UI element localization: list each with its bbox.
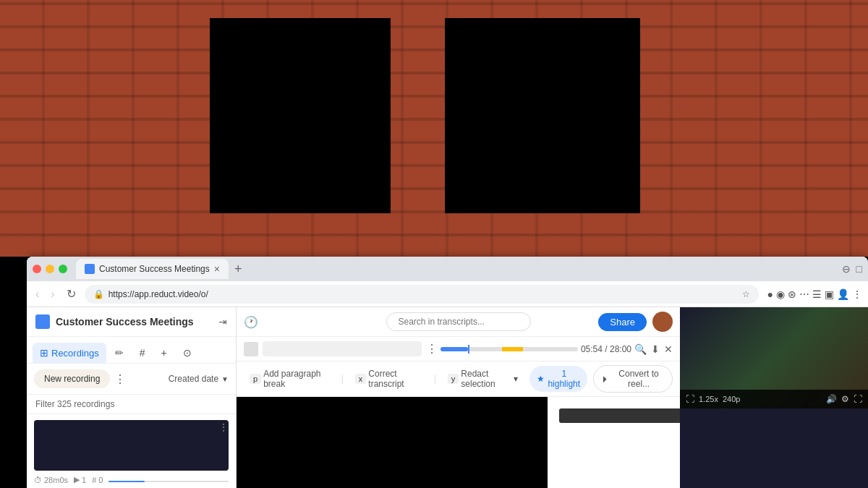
sidebar-collapse-button[interactable]: ⇥ (218, 316, 227, 328)
mini-screen-icon[interactable]: ⛶ (686, 394, 694, 404)
clock-icon: ⏱ (34, 476, 42, 484)
separator-2: | (434, 374, 436, 384)
separator-1: | (341, 374, 344, 384)
recording-item-more-button[interactable]: ⋮ (218, 421, 229, 433)
close-transcript-icon[interactable]: ✕ (664, 343, 673, 355)
recordings-label: Recordings (51, 348, 99, 359)
user-profile-icon[interactable]: 👤 (837, 288, 849, 300)
sort-arrow-icon: ▼ (221, 375, 229, 383)
sidebar-item-search[interactable]: ⊙ (176, 343, 199, 363)
sort-label: Created date (169, 374, 218, 384)
recording-more-button[interactable]: ⋮ (114, 372, 126, 386)
traffic-lights (33, 265, 67, 273)
recording-duration-1: ⏱ 28m0s (34, 476, 68, 484)
redact-selection-label: Redact selection (461, 369, 511, 389)
history-icon[interactable]: 🕐 (244, 315, 258, 329)
recording-progress-fill-1 (109, 481, 145, 482)
highlight-count-label: 1 highlight (548, 369, 580, 389)
minimize-window-button[interactable] (46, 265, 54, 273)
share-button[interactable]: Share (598, 313, 647, 331)
search-transcripts-input[interactable] (386, 312, 531, 331)
sidebar: Customer Success Meetings ⇥ ⊞ Recordings… (27, 307, 237, 488)
transcript-block (559, 408, 668, 423)
correct-transcript-label: Correct transcript (368, 369, 422, 389)
search-icon: ⊙ (183, 347, 192, 359)
highlight-star-icon: ★ (537, 374, 545, 384)
close-window-button[interactable] (33, 265, 41, 273)
progress-bar-container (441, 347, 578, 351)
transcript-actions: p Add paragraph break | x Correct transc… (237, 361, 680, 397)
add-paragraph-label: Add paragraph break (263, 369, 330, 389)
browser-window: Customer Success Meetings × + ⊖ □ ‹ › ↻ … (27, 257, 868, 488)
tab-favicon (85, 264, 95, 274)
recording-highlights-1: # 0 (92, 476, 103, 484)
recordings-icon: ⊞ (40, 347, 48, 359)
back-button[interactable]: ‹ (33, 286, 42, 302)
forward-button[interactable]: › (48, 286, 57, 302)
close-tab-button[interactable]: × (214, 263, 220, 275)
recording-meta-1: ⏱ 28m0s ▶ 1 # 0 (34, 475, 229, 484)
highlight-button[interactable]: ★ 1 highlight (529, 366, 587, 392)
right-panel: ⛶ 1.25x 240p 🔊 ⚙ ⛶ (680, 307, 868, 488)
active-tab[interactable]: Customer Success Meetings × (76, 259, 229, 279)
recording-name-input[interactable] (263, 341, 422, 356)
video-background (0, 0, 868, 257)
recording-plays-1: ▶ 1 (74, 475, 86, 484)
mini-speed[interactable]: 1.25x (699, 395, 718, 403)
sidebar-item-add[interactable]: + (154, 343, 174, 363)
recording-icon (244, 342, 258, 356)
more-options-icon[interactable]: ⋮ (852, 288, 862, 300)
extension-icon-1[interactable]: ◉ (776, 288, 785, 300)
extension-icon-2[interactable]: ⊛ (788, 288, 796, 300)
brick-background (0, 0, 868, 257)
tab-controls: ⊖ □ (842, 263, 862, 275)
transcript-area (237, 397, 680, 488)
mini-volume-icon[interactable]: 🔊 (826, 394, 837, 404)
redact-selection-button[interactable]: y Redact selection ▾ (442, 367, 524, 391)
download-icon[interactable]: ⬇ (651, 343, 660, 355)
extension-icon-4[interactable]: ☰ (812, 288, 822, 300)
recording-options-button[interactable]: ⋮ (426, 342, 438, 356)
mini-quality[interactable]: 240p (723, 395, 740, 403)
redact-key: y (448, 374, 459, 384)
refresh-button[interactable]: ↻ (64, 286, 79, 302)
maximize-window-button[interactable] (59, 265, 67, 273)
playback-progress-bar[interactable] (441, 347, 578, 351)
paragraph-key: p (250, 374, 261, 384)
mini-settings-icon[interactable]: ⚙ (841, 394, 849, 404)
progress-fill (441, 347, 468, 351)
mini-video: ⛶ 1.25x 240p 🔊 ⚙ ⛶ (680, 307, 868, 408)
browser-toolbar-icons: ● ◉ ⊛ ⋯ ☰ ▣ 👤 ⋮ (767, 288, 862, 300)
redacted-text-1 (559, 408, 680, 423)
sidebar-item-recordings[interactable]: ⊞ Recordings (33, 343, 106, 363)
playback-toolbar-icons: 🔍 ⬇ ✕ (634, 343, 673, 355)
time-display: 05:54 / 28:00 (581, 344, 631, 354)
main-top-bar: 🕐 Share (237, 307, 680, 337)
correct-transcript-button[interactable]: x Correct transcript (349, 367, 428, 391)
play-icon: ▶ (74, 475, 80, 484)
highlight-icon: # (92, 476, 96, 484)
minimize-icon: ⊖ (842, 263, 851, 275)
sidebar-item-highlights[interactable]: ✏ (108, 343, 131, 363)
tags-icon: # (140, 347, 145, 359)
extension-icon-5[interactable]: ▣ (825, 288, 834, 300)
highlight-region (502, 347, 522, 351)
transcript-toolbar: ⋮ 05:54 / 28:00 🔍 ⬇ ✕ (237, 337, 680, 361)
profile-icon[interactable]: ● (767, 288, 773, 300)
search-transcript-icon[interactable]: 🔍 (634, 343, 647, 355)
new-recording-button[interactable]: New recording (34, 369, 110, 388)
bookmark-icon[interactable]: ☆ (742, 289, 750, 299)
sidebar-actions: New recording ⋮ Created date ▼ (27, 364, 236, 395)
sidebar-item-tags[interactable]: # (132, 343, 153, 363)
new-tab-button[interactable]: + (231, 262, 245, 277)
sort-button[interactable]: Created date ▼ (169, 374, 229, 384)
convert-to-reel-button[interactable]: ⏵ Convert to reel... (593, 365, 673, 393)
url-bar[interactable]: 🔒 https://app.reduct.video/o/ ☆ (85, 285, 759, 304)
extension-icon-3[interactable]: ⋯ (799, 288, 809, 300)
sidebar-tabs: ⊞ Recordings ✏ # + ⊙ (27, 337, 236, 364)
video-player[interactable] (237, 397, 548, 488)
fullscreen-icon[interactable]: □ (856, 263, 862, 275)
mini-fullscreen-icon[interactable]: ⛶ (854, 394, 862, 404)
list-item[interactable]: ⋮ ⏱ 28m0s ▶ 1 # 0 (27, 414, 236, 488)
add-paragraph-button[interactable]: p Add paragraph break (244, 367, 336, 391)
